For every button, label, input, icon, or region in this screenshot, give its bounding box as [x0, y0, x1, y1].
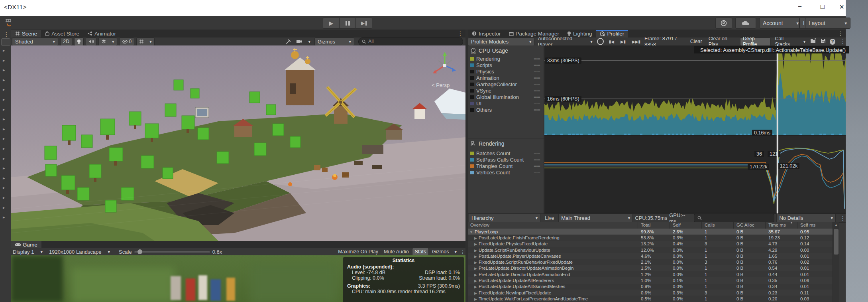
- game-panel-menu-icon[interactable]: ⋮: [460, 249, 465, 255]
- call-stacks-dropdown[interactable]: Call Stacks▾: [772, 38, 808, 45]
- collapsed-foldout-icon[interactable]: ▸: [3, 185, 5, 190]
- scene-viewport[interactable]: < Persp: [11, 45, 465, 241]
- scene-orientation-gizmo[interactable]: [429, 49, 461, 81]
- table-row[interactable]: ▶FixedUpdate.PhysicsFixedUpdate 13.2% 0.…: [468, 241, 833, 247]
- collapsed-foldout-icon[interactable]: ▸: [3, 67, 5, 73]
- table-header[interactable]: Overview Total Self Calls GC Alloc Time …: [468, 222, 839, 229]
- legend-item[interactable]: UI ══: [468, 100, 544, 107]
- layout-dropdown[interactable]: Layout▾: [805, 18, 850, 29]
- help-icon[interactable]: ?: [830, 39, 835, 45]
- game-gizmos-dropdown[interactable]: Gizmos▾: [430, 248, 459, 256]
- drag-handle-icon[interactable]: ══: [534, 89, 540, 93]
- profiler-view-dropdown[interactable]: Hierarchy▾: [469, 214, 540, 223]
- legend-item[interactable]: Animation ══: [468, 75, 544, 81]
- window-titlebar[interactable]: <DX11> − □ ×: [0, 0, 846, 16]
- legend-item[interactable]: Rendering ══: [468, 55, 544, 62]
- clear-on-play-button[interactable]: Clear on Play: [706, 38, 738, 45]
- shading-mode-dropdown[interactable]: Shaded▾: [12, 38, 58, 46]
- play-button[interactable]: ▶: [323, 18, 339, 29]
- details-dropdown[interactable]: No Details▾: [776, 214, 836, 223]
- tab-animator[interactable]: Animator: [83, 30, 120, 38]
- collapsed-foldout-icon[interactable]: ▸: [3, 77, 5, 83]
- foldout-closed-icon[interactable]: ▶: [474, 285, 477, 289]
- drag-handle-icon[interactable]: ══: [534, 69, 540, 74]
- record-button[interactable]: [597, 38, 604, 45]
- foldout-closed-icon[interactable]: ▶: [474, 266, 477, 270]
- table-row[interactable]: ▶PostLateUpdate.UpdateAllRenderers 1.0% …: [468, 277, 833, 283]
- legend-item[interactable]: Triangles Count ══: [468, 163, 544, 169]
- collapsed-foldout-icon[interactable]: ▸: [3, 146, 5, 151]
- clear-button[interactable]: Clear: [688, 38, 705, 45]
- account-dropdown[interactable]: Account▾: [759, 18, 802, 29]
- minimize-button[interactable]: −: [791, 1, 809, 13]
- drag-handle-icon[interactable]: ══: [534, 63, 540, 67]
- scrollbar-thumb[interactable]: [834, 229, 839, 255]
- load-profile-icon[interactable]: [810, 38, 817, 45]
- collapsed-foldout-icon[interactable]: ▸: [3, 136, 5, 141]
- foldout-closed-icon[interactable]: ▶: [474, 249, 477, 253]
- table-row[interactable]: ▶Update.ScriptRunBehaviourUpdate 12.0% 0…: [468, 247, 833, 253]
- table-row[interactable]: ▼PlayerLoop 99.8% 2.6% 1 0 B 35.67 0.95: [468, 229, 833, 235]
- 2d-toggle-button[interactable]: 2D: [60, 38, 72, 46]
- table-scrollbar[interactable]: ▲: [833, 222, 839, 302]
- profiler-search-input[interactable]: [694, 214, 774, 222]
- step-button[interactable]: ▶: [355, 18, 372, 29]
- collapsed-foldout-icon[interactable]: ▸: [3, 166, 5, 171]
- resolution-dropdown[interactable]: 1920x1080 Landscape▾: [49, 249, 110, 255]
- collapsed-foldout-icon[interactable]: ▸: [3, 58, 5, 63]
- table-row[interactable]: ▶TimeUpdate.WaitForLastPresentationAndUp…: [468, 296, 833, 302]
- hierarchy-menu-icon[interactable]: ⋮: [840, 215, 846, 221]
- scene-panel-menu-icon[interactable]: ⋮: [458, 30, 463, 37]
- drag-handle-icon[interactable]: ══: [534, 57, 540, 61]
- thread-dropdown[interactable]: Main Thread▾: [558, 214, 633, 223]
- foldout-closed-icon[interactable]: ▶: [474, 291, 477, 295]
- collapsed-foldout-icon[interactable]: ▸: [3, 116, 5, 122]
- deep-profile-button[interactable]: Deep Profile: [740, 38, 771, 46]
- cpu-module-header[interactable]: CPU CPU Usage: [468, 45, 544, 55]
- display-dropdown[interactable]: Display 1▾: [13, 249, 43, 255]
- game-viewport[interactable]: Statistics Audio (suspended): Level: -74…: [11, 255, 465, 302]
- table-row[interactable]: ▶PostLateUpdate.PlayerUpdateCanvases 4.6…: [468, 253, 833, 259]
- collapsed-foldout-icon[interactable]: ▸: [3, 215, 5, 220]
- profiler-table[interactable]: Overview Total Self Calls GC Alloc Time …: [468, 222, 839, 302]
- scene-search-input[interactable]: All: [358, 38, 463, 46]
- foldout-closed-icon[interactable]: ▶: [474, 273, 477, 277]
- tab-scene[interactable]: Scene: [11, 30, 41, 38]
- scale-slider-thumb[interactable]: [137, 249, 142, 254]
- drag-handle-icon[interactable]: ══: [534, 151, 540, 156]
- stats-button[interactable]: Stats: [412, 248, 429, 256]
- profiler-modules-dropdown[interactable]: Profiler Modules▾: [468, 38, 534, 46]
- legend-item[interactable]: Others ══: [468, 107, 544, 113]
- scene-audio-toggle[interactable]: [86, 38, 96, 46]
- hidden-objects-toggle[interactable]: 0: [119, 38, 135, 46]
- foldout-closed-icon[interactable]: ▶: [474, 297, 477, 301]
- pause-button[interactable]: [339, 18, 355, 29]
- next-frame-button[interactable]: ▶▮: [618, 38, 628, 45]
- drag-handle-icon[interactable]: ══: [534, 164, 540, 168]
- drag-handle-icon[interactable]: ══: [534, 95, 540, 99]
- legend-item[interactable]: Global Illumination ══: [468, 94, 544, 100]
- gizmos-dropdown[interactable]: Gizmos▾: [314, 38, 354, 46]
- persp-label[interactable]: < Persp: [432, 82, 450, 88]
- collapsed-foldout-icon[interactable]: ▸: [3, 107, 5, 112]
- drag-handle-icon[interactable]: ══: [534, 158, 540, 162]
- legend-item[interactable]: SetPass Calls Count ══: [468, 156, 544, 163]
- first-frame-button[interactable]: ▮◀: [607, 38, 617, 45]
- version-control-button[interactable]: [715, 18, 732, 29]
- tab-inspector[interactable]: Inspector: [468, 30, 505, 38]
- collapsed-foldout-icon[interactable]: ▸: [3, 48, 5, 53]
- scene-lighting-toggle[interactable]: [74, 38, 84, 46]
- profiler-panel-menu-icon[interactable]: ⋮: [838, 30, 843, 37]
- last-frame-button[interactable]: ▶▶▮: [630, 38, 643, 45]
- foldout-closed-icon[interactable]: ▶: [474, 261, 477, 264]
- collapsed-hierarchy-dock[interactable]: ⋮ ▸▸▸▸▸▸▸▸▸▸▸▸▸▸▸▸▸▸: [0, 30, 12, 302]
- table-row[interactable]: ▶PostLateUpdate.UpdateAllSkinnedMeshes 0…: [468, 284, 833, 290]
- foldout-closed-icon[interactable]: ▶: [474, 255, 477, 259]
- table-row[interactable]: ▶PreLateUpdate.DirectorUpdateAnimationEn…: [468, 271, 833, 277]
- drag-handle-icon[interactable]: ══: [534, 170, 540, 175]
- drag-handle-icon[interactable]: ══: [534, 101, 540, 106]
- table-row[interactable]: ▶PostLateUpdate.FinishFrameRendering 53.…: [468, 235, 833, 241]
- collapsed-foldout-icon[interactable]: ▸: [3, 156, 5, 161]
- drag-handle-icon[interactable]: ══: [534, 108, 540, 112]
- foldout-closed-icon[interactable]: ▶: [474, 236, 477, 240]
